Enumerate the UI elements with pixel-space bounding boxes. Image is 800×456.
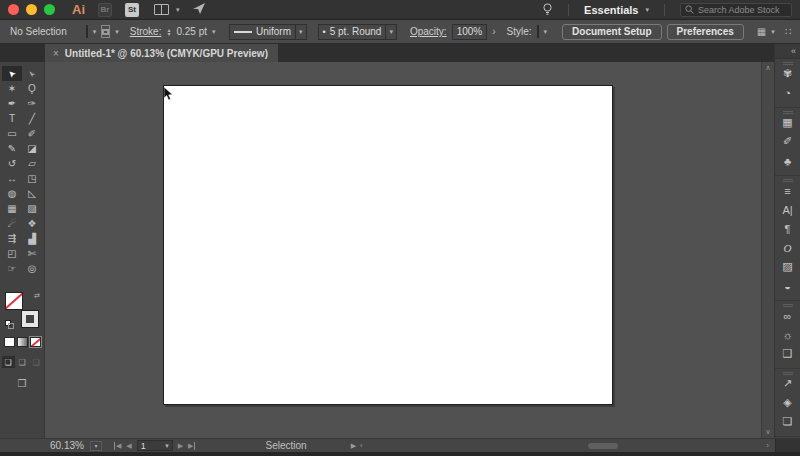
curvature-tool[interactable]: ✑ — [22, 96, 42, 111]
mac-zoom-button[interactable] — [44, 4, 55, 15]
scroll-up-icon[interactable]: ∧ — [765, 64, 770, 72]
stroke-weight-value[interactable]: 0.25 pt — [176, 26, 207, 37]
shape-builder-tool[interactable]: ◍ — [2, 186, 22, 201]
scroll-down-icon[interactable]: ∨ — [765, 428, 770, 436]
last-artboard-icon[interactable]: ▶ — [188, 442, 195, 450]
draw-inside-button[interactable]: ❏ — [30, 356, 43, 368]
panel-group-grip[interactable] — [783, 111, 793, 112]
layout-switcher-chevron-icon[interactable]: ▾ — [176, 6, 180, 13]
libraries-panel-icon[interactable]: ∞ — [775, 306, 800, 325]
magic-wand-tool[interactable]: ✶ — [2, 81, 22, 96]
zoom-tool[interactable]: ◎ — [22, 261, 42, 276]
stroke-panel-link[interactable]: Stroke: — [130, 26, 162, 37]
opacity-field[interactable]: 100% — [452, 24, 488, 40]
canvas-pasteboard[interactable] — [45, 62, 761, 438]
horizontal-scroll-thumb[interactable] — [588, 443, 618, 449]
opacity-submenu-icon[interactable]: › — [492, 26, 495, 37]
default-fill-stroke-icon[interactable] — [5, 320, 14, 329]
color-panel-icon[interactable]: ✾ — [775, 64, 800, 83]
panel-group-grip[interactable] — [783, 304, 793, 305]
column-graph-tool[interactable]: ▟ — [22, 231, 42, 246]
workspace-chevron-icon[interactable]: ▾ — [645, 6, 649, 13]
panel-group-grip[interactable] — [783, 62, 793, 63]
preferences-button[interactable]: Preferences — [667, 24, 744, 40]
opacity-link[interactable]: Opacity: — [410, 26, 447, 37]
artboard-tool[interactable]: ◰ — [2, 246, 22, 261]
panel-group-grip[interactable] — [783, 372, 793, 373]
fill-indicator-swatch[interactable] — [5, 292, 23, 310]
symbol-sprayer-tool[interactable]: ⇶ — [2, 231, 22, 246]
fill-chevron-icon[interactable]: ▾ — [93, 28, 97, 35]
workspace-switcher[interactable]: Essentials — [584, 4, 638, 16]
pencil-tool[interactable]: ✎ — [2, 141, 22, 156]
hand-tool[interactable]: ☞ — [2, 261, 22, 276]
swap-fill-stroke-icon[interactable]: ⇄ — [34, 292, 40, 299]
transparency-panel-icon[interactable]: ◒ — [775, 276, 800, 295]
vertical-scrollbar[interactable]: ∧ ∨ — [761, 62, 774, 438]
lasso-tool[interactable]: Ϙ — [22, 81, 42, 96]
stock-search-input[interactable]: Search Adobe Stock — [680, 3, 792, 17]
type-tool[interactable]: T — [2, 111, 22, 126]
symbols-panel-icon[interactable]: ♣ — [775, 151, 800, 170]
brushes-panel-icon[interactable]: ✐ — [775, 132, 800, 151]
eraser-tool[interactable]: ◪ — [22, 141, 42, 156]
stroke-color-swatch[interactable] — [101, 25, 110, 38]
fill-stroke-indicator[interactable]: ⇄ — [5, 292, 39, 328]
color-guide-panel-icon[interactable]: ◔ — [775, 83, 800, 102]
artboard[interactable] — [163, 85, 613, 405]
color-mode-button[interactable] — [4, 337, 15, 347]
gradient-mode-button[interactable] — [17, 337, 28, 347]
graphic-styles-panel-icon[interactable]: ❑ — [775, 344, 800, 363]
layers-panel-icon[interactable]: ◈ — [775, 393, 800, 412]
panel-group-grip[interactable] — [783, 179, 793, 180]
lightbulb-icon[interactable] — [542, 3, 553, 16]
gradient-tool[interactable]: ▨ — [22, 201, 42, 216]
zoom-level-value[interactable]: 60.13% — [50, 440, 84, 451]
scroll-right-icon[interactable]: › — [766, 441, 769, 450]
next-artboard-icon[interactable]: ▶ — [178, 442, 183, 450]
rectangle-tool[interactable]: ▭ — [2, 126, 22, 141]
gradient-panel-icon[interactable]: ▨ — [775, 257, 800, 276]
mac-minimize-button[interactable] — [26, 4, 37, 15]
eyedropper-tool[interactable]: ☄ — [2, 216, 22, 231]
none-mode-button[interactable] — [30, 337, 41, 347]
mesh-tool[interactable]: ▦ — [2, 201, 22, 216]
opentype-panel-icon[interactable]: O — [775, 238, 800, 257]
stroke-indicator-swatch[interactable] — [21, 310, 39, 328]
selection-tool[interactable]: ➤ — [2, 66, 22, 81]
rotate-tool[interactable]: ↺ — [2, 156, 22, 171]
line-segment-tool[interactable]: ╱ — [22, 111, 42, 126]
snap-grid-chevron-icon[interactable]: ▾ — [771, 28, 775, 35]
share-icon[interactable] — [193, 3, 205, 16]
stock-icon[interactable]: St — [125, 3, 139, 17]
style-swatch[interactable] — [537, 25, 539, 38]
pen-tool[interactable]: ✒ — [2, 96, 22, 111]
paintbrush-tool[interactable]: ✐ — [22, 126, 42, 141]
screen-mode-button[interactable]: ❐ — [18, 378, 27, 389]
brush-dropdown[interactable]: • 5 pt. Round ▾ — [318, 24, 397, 40]
status-back-icon[interactable]: ‹ — [360, 441, 363, 450]
width-tool[interactable]: ↔ — [2, 171, 22, 186]
scale-tool[interactable]: ▱ — [22, 156, 42, 171]
snap-grid-icon[interactable]: ▦ — [757, 26, 766, 37]
expand-panels-icon[interactable]: « — [775, 44, 800, 59]
stepper-down-icon[interactable]: ▾ — [167, 32, 170, 36]
zoom-level-chevron-icon[interactable]: ▾ — [90, 441, 102, 451]
fill-color-swatch[interactable] — [86, 25, 88, 38]
status-flyout-icon[interactable]: ▶ — [351, 442, 356, 450]
artboards-panel-icon[interactable]: ❏ — [775, 412, 800, 431]
character-panel-icon[interactable]: A| — [775, 200, 800, 219]
first-artboard-icon[interactable]: ◀ — [114, 442, 121, 450]
direct-selection-tool[interactable]: ➣ — [22, 66, 42, 81]
stroke-chevron-icon[interactable]: ▾ — [115, 28, 119, 35]
appearance-panel-icon[interactable]: ☼ — [775, 325, 800, 344]
paragraph-panel-icon[interactable]: ¶ — [775, 219, 800, 238]
touch-workspace-icon[interactable]: ∷ — [785, 26, 791, 37]
asset-export-panel-icon[interactable]: ↗ — [775, 374, 800, 393]
blend-tool[interactable]: ❖ — [22, 216, 42, 231]
document-setup-button[interactable]: Document Setup — [562, 24, 661, 40]
stroke-weight-stepper[interactable]: ▴ ▾ — [167, 28, 170, 36]
slice-tool[interactable]: ✄ — [22, 246, 42, 261]
layout-switcher-icon[interactable] — [154, 4, 169, 15]
mac-close-button[interactable] — [8, 4, 19, 15]
